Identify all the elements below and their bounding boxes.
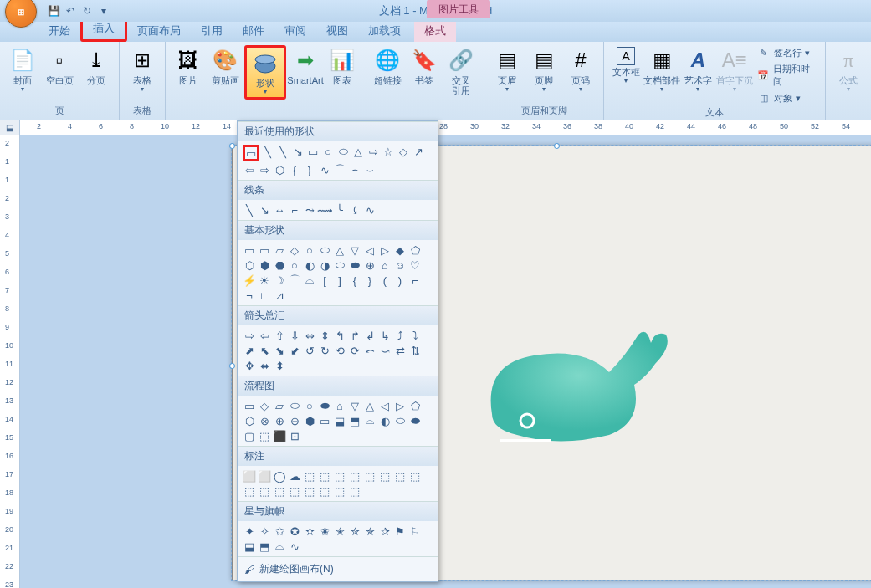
shape-option[interactable]: ⬬ (318, 399, 331, 412)
shape-option[interactable]: ⤹ (348, 203, 361, 217)
shape-option[interactable]: ✫ (303, 524, 316, 538)
shape-option[interactable]: ⊕ (363, 258, 377, 272)
shape-option[interactable]: ♡ (408, 258, 422, 272)
shape-option[interactable]: ▭ (243, 243, 256, 257)
shape-option[interactable]: ☺ (393, 258, 407, 272)
shape-option[interactable]: ↘ (258, 203, 271, 217)
shape-option[interactable]: ⬬ (408, 414, 422, 427)
shape-option[interactable]: ⬚ (363, 469, 377, 483)
shape-option[interactable]: ⬚ (288, 484, 301, 498)
shape-option[interactable]: ⚐ (408, 524, 422, 538)
shape-option[interactable]: ▽ (348, 243, 361, 257)
shape-option[interactable]: ▭ (318, 414, 331, 427)
shape-option[interactable]: ✮ (348, 524, 361, 538)
shape-option[interactable]: ☁ (288, 469, 301, 483)
crossref-button[interactable]: 🔗交叉 引用 (443, 45, 479, 97)
shape-option[interactable]: ↘ (291, 145, 305, 158)
shape-option[interactable]: ⬢ (303, 414, 316, 427)
shape-option[interactable]: ⊗ (258, 414, 271, 427)
shape-option[interactable]: ▷ (393, 399, 407, 412)
shape-option[interactable]: ⬒ (258, 539, 271, 553)
tab-home[interactable]: 开始 (38, 20, 80, 42)
shape-option[interactable]: ◑ (318, 258, 331, 272)
shape-option[interactable]: ⌣ (363, 163, 377, 176)
shape-option[interactable]: ⬠ (408, 399, 422, 412)
tab-layout[interactable]: 页面布局 (127, 20, 191, 42)
shape-option[interactable]: ↔ (273, 203, 286, 217)
object-button[interactable]: ◫对象 ▾ (754, 90, 820, 105)
chart-button[interactable]: 📊图表 (325, 45, 360, 87)
shape-option[interactable]: ⌂ (378, 258, 392, 272)
shape-option[interactable]: ⟿ (318, 203, 331, 217)
shape-option[interactable]: ⇦ (258, 329, 271, 342)
shape-option[interactable]: ⌂ (333, 399, 346, 412)
shape-option[interactable]: ╲ (261, 145, 274, 158)
shape-option[interactable]: ⊕ (273, 414, 286, 427)
shape-option[interactable]: ╰ (333, 203, 346, 217)
shape-option[interactable]: ✭ (333, 524, 346, 538)
shape-option[interactable]: ⤻ (378, 344, 392, 357)
hyperlink-button[interactable]: 🌐超链接 (370, 45, 405, 87)
shape-option[interactable]: ⇦ (243, 163, 256, 176)
shape-option[interactable]: ⌓ (363, 414, 377, 427)
shape-option[interactable]: ⟲ (333, 344, 346, 357)
shape-option[interactable]: ◆ (393, 243, 407, 257)
table-button[interactable]: ⊞表格▾ (125, 45, 160, 95)
shape-option[interactable]: ⌒ (333, 163, 346, 176)
shape-option[interactable]: ⬒ (348, 414, 361, 427)
shape-option[interactable]: ↲ (363, 329, 377, 342)
shape-option[interactable]: ∟ (258, 289, 271, 302)
shape-option[interactable]: ( (378, 274, 392, 287)
shape-option[interactable]: ⬚ (258, 484, 271, 498)
shape-option[interactable]: ↳ (378, 329, 392, 342)
wordart-button[interactable]: A艺术字▾ (681, 45, 715, 95)
shape-option[interactable]: ⬚ (243, 484, 256, 498)
shape-option[interactable]: ◇ (397, 145, 410, 158)
shape-option[interactable]: ⤺ (363, 344, 377, 357)
tab-format[interactable]: 格式 (414, 20, 456, 42)
shape-option[interactable]: ✬ (318, 524, 331, 538)
redo-icon[interactable]: ↻ (80, 4, 94, 18)
shape-option[interactable]: ◐ (378, 414, 392, 427)
signature-button[interactable]: ✎签名行 ▾ (754, 45, 820, 60)
shape-option[interactable]: ⇔ (303, 329, 316, 342)
shape-option[interactable]: ⬭ (333, 258, 346, 272)
shape-option[interactable]: ☽ (273, 274, 286, 287)
shape-option[interactable]: ⬍ (273, 359, 286, 372)
shape-option[interactable]: ╲ (243, 203, 256, 217)
shape-option[interactable]: △ (333, 243, 346, 257)
resize-handle[interactable] (229, 363, 235, 369)
shape-option[interactable]: ⟳ (348, 344, 361, 357)
shape-option[interactable]: } (303, 163, 316, 176)
shape-option[interactable]: ⬢ (258, 258, 271, 272)
undo-icon[interactable]: ↶ (64, 4, 77, 18)
shape-option[interactable]: ⬚ (303, 469, 316, 483)
quickparts-button[interactable]: ▦文档部件▾ (644, 45, 679, 95)
shape-option[interactable]: ⊿ (273, 289, 286, 302)
shape-option[interactable]: [ (318, 274, 331, 287)
shape-option[interactable]: ⬓ (333, 414, 346, 427)
resize-handle[interactable] (229, 143, 235, 149)
tab-view[interactable]: 视图 (316, 20, 358, 42)
shape-option[interactable]: ▱ (273, 399, 286, 412)
qat-dropdown-icon[interactable]: ▾ (97, 4, 110, 18)
shape-option[interactable]: ✯ (363, 524, 377, 538)
cover-page-button[interactable]: 📄封面▾ (5, 45, 40, 95)
shape-option[interactable]: ⬓ (243, 539, 256, 553)
shape-option[interactable]: ) (393, 274, 407, 287)
shape-option[interactable]: ⌐ (408, 274, 422, 287)
shape-option[interactable]: ⤵ (408, 329, 422, 342)
shape-option[interactable]: ∿ (288, 539, 301, 553)
shape-option[interactable]: ○ (288, 258, 301, 272)
shape-option[interactable]: { (348, 274, 361, 287)
shape-option[interactable]: ⬚ (258, 429, 271, 442)
shape-option[interactable]: ↰ (333, 329, 346, 342)
textbox-button[interactable]: A文本框▾ (609, 45, 643, 86)
shape-option[interactable]: ↗ (412, 145, 425, 158)
shape-option[interactable]: ○ (321, 145, 335, 158)
shape-option[interactable]: ⤳ (303, 203, 316, 217)
resize-handle[interactable] (554, 143, 560, 149)
shape-option[interactable]: ⬈ (243, 344, 256, 357)
shape-option[interactable]: ⇩ (288, 329, 301, 342)
shape-option[interactable]: ⬚ (348, 484, 361, 498)
